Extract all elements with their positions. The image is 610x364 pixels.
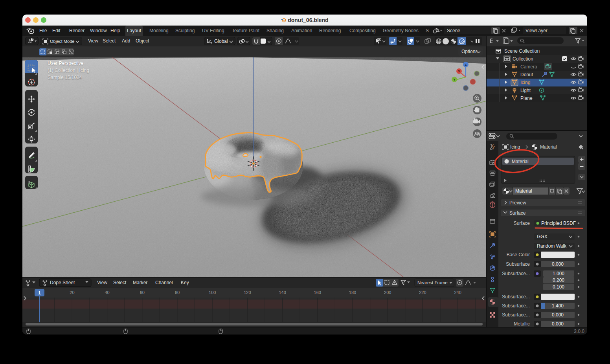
- svg-text:Key: Key: [181, 280, 189, 285]
- svg-text:Dope Sheet: Dope Sheet: [50, 280, 75, 285]
- svg-text:Material: Material: [512, 159, 529, 164]
- svg-text:Light: Light: [520, 88, 531, 93]
- svg-text:Preview: Preview: [509, 200, 526, 206]
- svg-text:Surface: Surface: [514, 221, 530, 226]
- svg-text:Donut: Donut: [520, 72, 533, 77]
- svg-text:1.000: 1.000: [553, 271, 564, 276]
- svg-text:0.000: 0.000: [552, 321, 564, 327]
- svg-text:Icing: Icing: [520, 80, 530, 85]
- svg-text:Random Walk: Random Walk: [537, 243, 567, 249]
- svg-text:0.100: 0.100: [553, 284, 564, 290]
- svg-text:Metallic: Metallic: [514, 321, 530, 327]
- svg-text:Nearest Frame: Nearest Frame: [417, 280, 448, 285]
- svg-text:200: 200: [384, 290, 391, 295]
- svg-text:X: X: [458, 70, 460, 73]
- svg-text:20: 20: [70, 290, 74, 295]
- svg-text:180: 180: [349, 290, 356, 295]
- svg-text:Camera: Camera: [520, 64, 537, 70]
- svg-text:Select: Select: [113, 280, 127, 285]
- svg-text:40: 40: [105, 290, 109, 295]
- svg-text:100: 100: [209, 290, 216, 295]
- svg-text:View: View: [97, 280, 107, 285]
- svg-text:Subsurface...: Subsurface...: [502, 303, 530, 309]
- svg-text:0.200: 0.200: [553, 278, 564, 283]
- svg-text:Collection: Collection: [513, 56, 533, 62]
- svg-text:Subsurface...: Subsurface...: [502, 294, 530, 300]
- svg-text:240: 240: [454, 290, 461, 295]
- svg-text:Material: Material: [515, 188, 532, 194]
- svg-text:Subsurface...: Subsurface...: [502, 271, 530, 276]
- svg-text:Z: Z: [465, 63, 467, 66]
- svg-text:Subsurface: Subsurface: [506, 261, 530, 267]
- svg-text:Surface: Surface: [509, 210, 526, 216]
- svg-text:0.000: 0.000: [552, 312, 564, 318]
- svg-text:1: 1: [38, 290, 41, 295]
- svg-text:Scene Collection: Scene Collection: [504, 48, 540, 54]
- svg-text:120: 120: [244, 290, 251, 295]
- svg-text:3.0.0: 3.0.0: [574, 329, 584, 334]
- svg-text:Principled BSDF: Principled BSDF: [541, 221, 576, 226]
- svg-text:140: 140: [279, 290, 286, 295]
- svg-text:80: 80: [175, 290, 180, 295]
- svg-text:220: 220: [419, 290, 426, 295]
- svg-text:Icing: Icing: [510, 144, 520, 150]
- svg-text:Plane: Plane: [520, 96, 533, 101]
- svg-text:Base Color: Base Color: [507, 252, 530, 257]
- svg-text:Material: Material: [540, 144, 557, 150]
- svg-text:0.000: 0.000: [552, 261, 564, 267]
- svg-text:160: 160: [314, 290, 321, 295]
- svg-text:Y: Y: [453, 78, 456, 81]
- svg-text:60: 60: [140, 290, 145, 295]
- svg-text:GGX: GGX: [537, 234, 548, 239]
- svg-text:Channel: Channel: [155, 280, 173, 285]
- svg-text:1.400: 1.400: [552, 303, 564, 309]
- svg-text:Subsurface...: Subsurface...: [502, 312, 530, 318]
- svg-text:Marker: Marker: [133, 280, 147, 285]
